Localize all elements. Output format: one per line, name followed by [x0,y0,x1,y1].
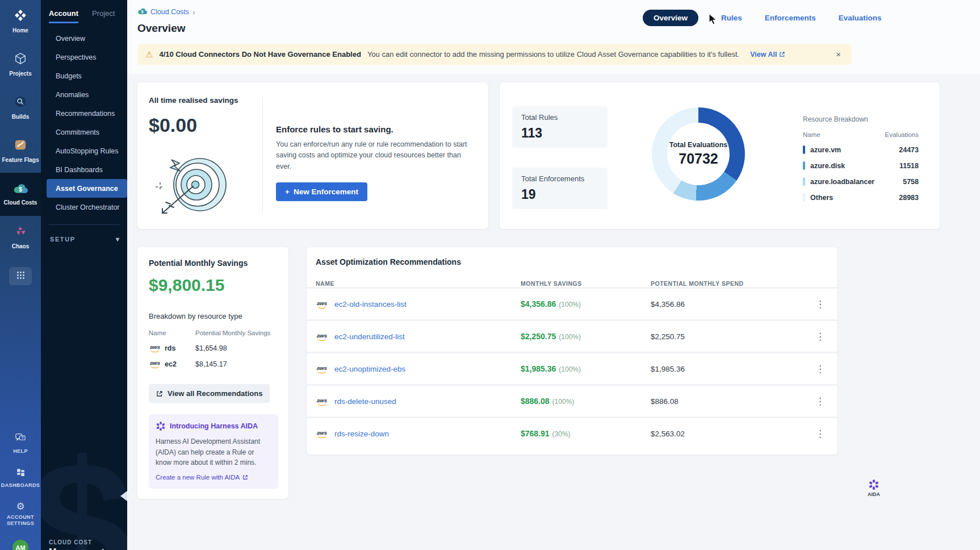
col-header-potential-spend: POTENTIAL MONTHLY SPEND [651,280,806,287]
close-icon[interactable]: × [833,48,844,60]
content-area: All time realised savings $0.00 [127,74,980,499]
sidebar-collapse-handle[interactable] [120,491,127,501]
aida-link-label: Create a new Rule with AIDA [156,474,240,481]
breakdown-name-header: Name [149,330,195,336]
breadcrumb-link[interactable]: Cloud Costs [150,8,189,16]
kebab-menu-icon[interactable]: ⋮ [812,331,828,343]
breakdown-value: $1,654.98 [195,344,227,352]
rail-item-feature-flags[interactable]: Feature Flags [0,130,41,173]
banner-view-all-link[interactable]: View All [750,51,785,59]
view-all-recommendations-button[interactable]: View all Recommendations [149,384,270,403]
chevron-down-icon: ▾ [116,235,119,243]
evaluations-donut: Total Evaluations 70732 [652,107,745,201]
legend-value: 28983 [899,194,919,202]
aida-flower-icon [156,421,166,431]
kebab-menu-icon[interactable]: ⋮ [812,395,828,407]
monthly-savings-value: $2,250.75 [521,332,556,341]
new-enforcement-button[interactable]: + New Enforcement [276,182,367,201]
sidebar-item-commitments[interactable]: Commitments [41,123,127,141]
col-header-name: NAME [316,280,521,287]
sidebar-setup-toggle[interactable]: SETUP ▾ [41,225,127,243]
setup-label: SETUP [50,236,76,243]
aws-icon: aws [316,365,328,373]
aida-body: Harness AI Development Assistant (AIDA) … [156,436,271,468]
legend-title: Resource Breakdown [803,115,919,123]
realised-savings-card: All time realised savings $0.00 [137,82,488,229]
donut-center: Total Evaluations 70732 [667,123,730,185]
aida-badge-label: AIDA [868,491,880,497]
breadcrumb-separator: › [192,8,195,16]
rail-item-dashboards[interactable]: DASHBOARDS [0,468,41,489]
kebab-menu-icon[interactable]: ⋮ [812,428,828,440]
rail-label: Projects [9,70,31,77]
kebab-menu-icon[interactable]: ⋮ [812,363,828,375]
total-enforcements-label: Total Enforcements [521,174,598,183]
rail-label: Home [12,27,28,34]
sidebar-item-recommendations[interactable]: Recommendations [41,104,127,123]
cloud-costs-breadcrumb-icon: $ [137,7,147,17]
tab-rules[interactable]: Rules [721,14,742,22]
total-rules-stat: Total Rules 113 [512,106,608,148]
recommendation-link[interactable]: rds-delete-unused [334,397,396,406]
footer-kicker: CLOUD COST [49,539,127,545]
legend-row: Others 28983 [803,193,919,202]
table-row: aws rds-delete-unused $886.08(100%) $886… [307,384,837,416]
tab-enforcements[interactable]: Enforcements [765,14,816,22]
rail-label: Feature Flags [2,157,39,164]
rail-label: HELP [13,448,28,455]
rail-label: ACCOUNT SETTINGS [4,514,37,527]
monthly-savings-value: $886.08 [521,397,550,406]
cta-body: You can enforce/run any rule or rule rec… [276,139,475,172]
page-header: $ Cloud Costs › Overview Overview Rules … [127,0,980,74]
donut-center-value: 70732 [679,151,718,167]
tab-project[interactable]: Project [92,9,115,23]
avatar[interactable]: AM [12,540,28,550]
rail-item-cloud-costs[interactable]: $ Cloud Costs [0,173,41,216]
view-all-label: View all Recommendations [167,389,262,398]
module-rail: Home Projects Builds Feature Flags [0,0,41,550]
sidebar-item-budgets[interactable]: Budgets [41,66,127,85]
footer-title: Management [49,547,127,550]
savings-percent: (100%) [559,365,581,373]
recommendation-link[interactable]: ec2-old-instances-list [334,300,407,309]
sidebar-item-autostopping-rules[interactable]: AutoStopping Rules [41,141,127,160]
table-row: aws ec2-unoptimized-ebs $1,985.36(100%) … [307,352,837,384]
rail-item-account-settings[interactable]: ⚙ ACCOUNT SETTINGS [0,502,41,527]
rail-item-chaos[interactable]: Chaos [0,216,41,259]
legend-row: azure.disk 11518 [803,161,919,170]
sidebar-item-perspectives[interactable]: Perspectives [41,48,127,66]
breakdown-row: aws rds $1,654.98 [149,344,278,352]
kebab-menu-icon[interactable]: ⋮ [812,298,828,310]
recommendation-link[interactable]: rds-resize-down [334,430,389,438]
recommendation-link[interactable]: ec2-underutilized-list [334,332,405,341]
cube-icon [14,52,27,67]
donut-center-label: Total Evaluations [669,141,728,149]
resource-breakdown-legend: Resource Breakdown Name Evaluations azur… [803,115,919,202]
col-header-monthly-savings: MONTHLY SAVINGS [521,280,651,287]
dashboards-icon [16,468,26,480]
legend-header: Name Evaluations [803,131,919,138]
aida-assistant-badge[interactable]: AIDA [868,479,880,497]
rail-item-home[interactable]: Home [0,0,41,43]
sidebar-item-cluster-orchestrator[interactable]: Cluster Orchestrator [41,198,127,216]
tab-account[interactable]: Account [49,9,78,23]
total-rules-label: Total Rules [521,113,598,122]
sidebar-item-asset-governance[interactable]: Asset Governance [47,179,127,198]
rail-item-help[interactable]: ? HELP [0,433,41,455]
tab-evaluations[interactable]: Evaluations [839,14,882,22]
sidebar-item-bi-dashboards[interactable]: BI Dashboards [41,160,127,179]
module-grid-button[interactable] [9,267,32,285]
sidebar-item-overview[interactable]: Overview [41,29,127,48]
aida-create-rule-link[interactable]: Create a new Rule with AIDA [156,474,271,481]
savings-percent: (100%) [552,398,575,406]
main-content: $ Cloud Costs › Overview Overview Rules … [127,0,980,550]
svg-text:$: $ [141,10,144,14]
recommendation-link[interactable]: ec2-unoptimized-ebs [334,365,405,373]
rail-item-projects[interactable]: Projects [0,43,41,86]
tab-overview[interactable]: Overview [643,10,698,26]
sidebar-item-anomalies[interactable]: Anomalies [41,85,127,104]
total-enforcements-stat: Total Enforcements 19 [512,168,608,209]
breakdown-name: ec2 [165,360,177,368]
external-link-icon [156,390,163,397]
rail-item-builds[interactable]: Builds [0,86,41,130]
